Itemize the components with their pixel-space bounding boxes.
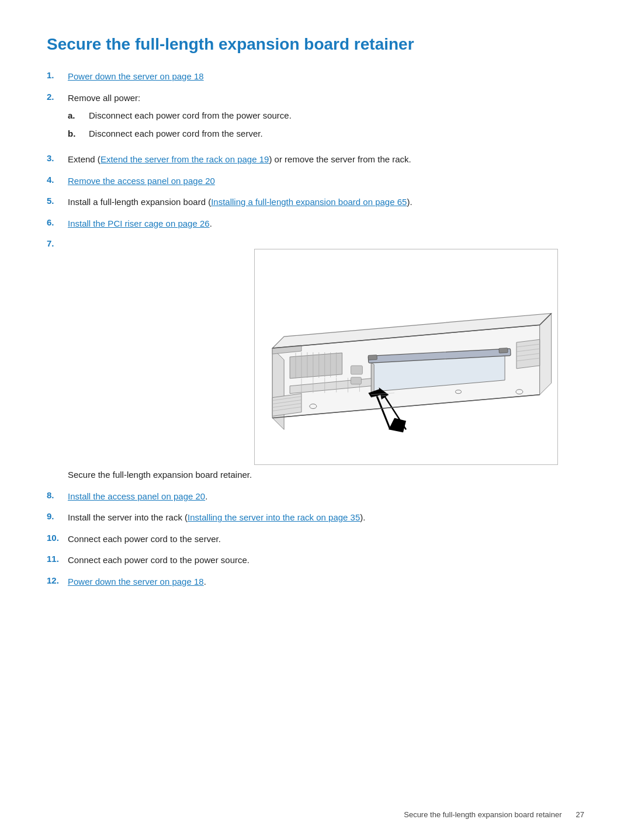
svg-marker-11 <box>290 353 342 379</box>
step-5-prefix: Install a full-length expansion board ( <box>68 197 211 207</box>
step-2b: b. Disconnect each power cord from the s… <box>68 127 584 141</box>
step-9-suffix: ). <box>360 512 365 522</box>
step-6-content: Install the PCI riser cage on page 26. <box>68 217 584 231</box>
step-8-suffix: . <box>205 491 207 501</box>
step-2b-text: Disconnect each power cord from the serv… <box>89 127 263 141</box>
step-12-num: 12. <box>47 575 68 585</box>
step-7-content: Secure the full-length expansion board r… <box>68 238 584 482</box>
step-4: 4. Remove the access panel on page 20 <box>47 175 584 188</box>
step-5: 5. Install a full-length expansion board… <box>47 196 584 209</box>
step-9: 9. Install the server into the rack (Ins… <box>47 511 584 525</box>
step-6-num: 6. <box>47 217 68 227</box>
step-2a-text: Disconnect each power cord from the powe… <box>89 109 292 123</box>
step-8-link[interactable]: Install the access panel on page 20 <box>68 491 205 501</box>
svg-rect-33 <box>351 377 362 384</box>
step-6-link[interactable]: Install the PCI riser cage on page 26 <box>68 218 210 228</box>
step-9-link[interactable]: Installing the server into the rack on p… <box>188 512 360 522</box>
step-3: 3. Extend (Extend the server from the ra… <box>47 153 584 166</box>
svg-marker-6 <box>372 363 375 394</box>
step-8-num: 8. <box>47 490 68 500</box>
step-12-content: Power down the server on page 18. <box>68 575 584 589</box>
step-5-content: Install a full-length expansion board (I… <box>68 196 584 209</box>
step-2-content: Remove all power: a. Disconnect each pow… <box>68 92 584 145</box>
step-2: 2. Remove all power: a. Disconnect each … <box>47 92 584 145</box>
step-5-link[interactable]: Installing a full-length expansion board… <box>211 197 407 207</box>
step-1: 1. Power down the server on page 18 <box>47 70 584 84</box>
step-3-prefix: Extend ( <box>68 154 100 164</box>
step-8: 8. Install the access panel on page 20. <box>47 490 584 504</box>
step-3-num: 3. <box>47 153 68 163</box>
step-11: 11. Connect each power cord to the power… <box>47 554 584 567</box>
step-8-content: Install the access panel on page 20. <box>68 490 584 504</box>
step-1-content: Power down the server on page 18 <box>68 70 584 84</box>
steps-list: 1. Power down the server on page 18 2. R… <box>47 70 584 588</box>
svg-rect-9 <box>369 355 377 360</box>
step-10: 10. Connect each power cord to the serve… <box>47 533 584 546</box>
svg-rect-32 <box>351 366 363 374</box>
step-2b-label: b. <box>68 127 89 141</box>
step-10-content: Connect each power cord to the server. <box>68 533 584 546</box>
step-3-link[interactable]: Extend the server from the rack on page … <box>100 154 269 164</box>
step-2a-label: a. <box>68 109 89 123</box>
svg-rect-10 <box>499 348 508 353</box>
step-6-suffix: . <box>210 218 212 228</box>
step-11-num: 11. <box>47 554 68 564</box>
step-3-suffix: ) or remove the server from the rack. <box>269 154 411 164</box>
step-11-content: Connect each power cord to the power sou… <box>68 554 584 567</box>
step-7-num: 7. <box>47 238 68 248</box>
step-7: 7. Secure the full-length expansion boar… <box>47 238 584 482</box>
step-12-link[interactable]: Power down the server on page 18 <box>68 577 204 586</box>
step-4-content: Remove the access panel on page 20 <box>68 175 584 188</box>
step-7-text: Secure the full-length expansion board r… <box>68 470 252 480</box>
step-4-num: 4. <box>47 175 68 185</box>
page-title: Secure the full-length expansion board r… <box>47 35 584 54</box>
step-3-content: Extend (Extend the server from the rack … <box>68 153 584 166</box>
step-5-suffix: ). <box>407 197 412 207</box>
step-1-link[interactable]: Power down the server on page 18 <box>68 71 204 81</box>
step-9-prefix: Install the server into the rack ( <box>68 512 188 522</box>
step-12-suffix: . <box>204 577 206 586</box>
step-2-text: Remove all power: <box>68 93 140 103</box>
step-12: 12. Power down the server on page 18. <box>47 575 584 589</box>
step-2-num: 2. <box>47 92 68 102</box>
step-6: 6. Install the PCI riser cage on page 26… <box>47 217 584 231</box>
step-9-content: Install the server into the rack (Instal… <box>68 511 584 525</box>
diagram-svg <box>255 249 557 464</box>
step-2-sublist: a. Disconnect each power cord from the p… <box>68 109 584 140</box>
step-2a: a. Disconnect each power cord from the p… <box>68 109 584 123</box>
step-10-text: Connect each power cord to the server. <box>68 534 221 544</box>
step-4-link[interactable]: Remove the access panel on page 20 <box>68 176 215 186</box>
step-9-num: 9. <box>47 511 68 521</box>
step-5-num: 5. <box>47 196 68 206</box>
server-diagram <box>254 249 558 465</box>
step-1-num: 1. <box>47 70 68 80</box>
step-10-num: 10. <box>47 533 68 543</box>
svg-marker-3 <box>540 313 552 394</box>
step-11-text: Connect each power cord to the power sou… <box>68 555 249 565</box>
